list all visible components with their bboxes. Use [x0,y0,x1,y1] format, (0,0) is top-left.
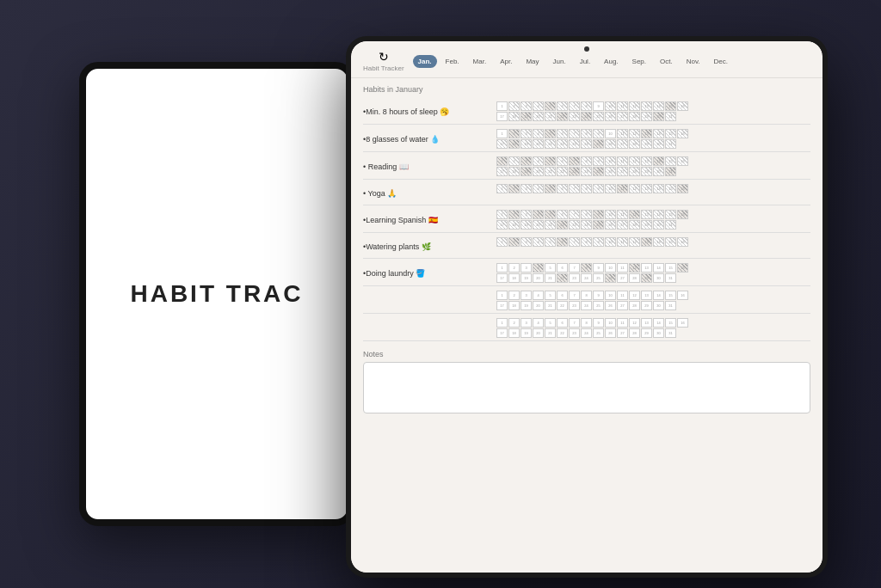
e1-7[interactable]: 7 [569,291,580,300]
e2-25[interactable]: 25 [593,328,604,338]
e2-8[interactable]: 8 [581,318,592,328]
w31[interactable]: 31 [665,139,676,149]
y12[interactable]: 12 [629,184,640,193]
notes-box[interactable] [363,362,810,413]
e2-26[interactable]: 26 [605,328,616,338]
s15[interactable]: 15 [665,210,676,219]
r13[interactable]: 13 [641,156,652,166]
e1-25[interactable]: 25 [593,301,604,310]
e1-22[interactable]: 22 [557,301,568,310]
day-28[interactable]: 28 [629,112,640,121]
r25[interactable]: 25 [593,167,604,176]
w29[interactable]: 29 [641,139,652,149]
day-23[interactable]: 23 [569,112,580,121]
s3[interactable]: 3 [521,210,532,219]
e2-10[interactable]: 10 [605,318,616,328]
w21[interactable]: 21 [545,139,556,149]
day-9[interactable]: 9 [593,101,604,111]
s6[interactable]: 6 [557,210,568,219]
r12[interactable]: 12 [629,156,640,166]
w20[interactable]: 20 [533,139,544,149]
r27[interactable]: 27 [617,167,628,176]
e2-3[interactable]: 3 [521,318,532,328]
r20[interactable]: 20 [533,167,544,176]
day-20[interactable]: 20 [533,112,544,121]
s20[interactable]: 20 [533,220,544,230]
r16[interactable]: 16 [677,156,688,166]
w28[interactable]: 28 [629,139,640,149]
s7[interactable]: 7 [569,210,580,219]
r2[interactable]: 2 [508,156,520,166]
day-6[interactable]: 6 [557,101,568,111]
r24[interactable]: 24 [581,167,592,176]
day-2[interactable]: 2 [508,101,520,111]
y14[interactable]: 14 [653,184,664,193]
month-tab-apr[interactable]: Apr. [495,55,517,68]
s4[interactable]: 4 [533,210,544,219]
y5[interactable]: 5 [545,184,556,193]
r11[interactable]: 11 [617,156,628,166]
e1-4[interactable]: 4 [533,291,544,300]
month-tab-dec[interactable]: Dec. [709,55,733,68]
e1-13[interactable]: 13 [641,291,652,300]
w19[interactable]: 19 [521,139,532,149]
day-31[interactable]: 31 [665,112,676,121]
w18[interactable]: 18 [508,139,520,149]
s14[interactable]: 14 [653,210,664,219]
w7[interactable]: 7 [569,129,580,138]
e2-31[interactable]: 31 [665,328,676,338]
r23[interactable]: 23 [569,167,580,176]
day-19[interactable]: 19 [521,112,532,121]
s25[interactable]: 25 [593,220,604,230]
r8[interactable]: 8 [581,156,592,166]
e2-1[interactable]: 1 [496,318,508,328]
p3[interactable]: 3 [521,237,532,247]
l12[interactable]: 12 [629,263,640,273]
e1-11[interactable]: 11 [617,291,628,300]
l29[interactable]: 29 [641,273,652,283]
l18[interactable]: 18 [508,273,520,283]
day-14[interactable]: 14 [653,101,664,111]
l22[interactable]: 22 [557,273,568,283]
w27[interactable]: 27 [617,139,628,149]
e1-24[interactable]: 24 [581,301,592,310]
l1[interactable]: 1 [496,263,508,273]
month-tab-jul[interactable]: Jul. [575,55,595,68]
s11[interactable]: 11 [617,210,628,219]
s26[interactable]: 26 [605,220,616,230]
e2-18[interactable]: 18 [508,328,520,338]
month-tab-sep[interactable]: Sep. [627,55,651,68]
w1[interactable]: 1 [496,129,508,138]
l3[interactable]: 3 [521,263,532,273]
l11[interactable]: 11 [617,263,628,273]
l14[interactable]: 14 [653,263,664,273]
day-26[interactable]: 26 [605,112,616,121]
p10[interactable]: 10 [605,237,616,247]
day-16[interactable]: 16 [677,101,688,111]
w10[interactable]: 10 [605,129,616,138]
w25[interactable]: 25 [593,139,604,149]
e2-20[interactable]: 20 [533,328,544,338]
p11[interactable]: 11 [617,237,628,247]
w9[interactable]: 9 [593,129,604,138]
month-tab-may[interactable]: May [521,55,544,68]
y16[interactable]: 16 [677,184,688,193]
r10[interactable]: 10 [605,156,616,166]
l5[interactable]: 5 [545,263,556,273]
e1-17[interactable]: 17 [496,301,508,310]
r30[interactable]: 30 [653,167,664,176]
month-tab-jun[interactable]: Jun. [548,55,571,68]
l26[interactable]: 26 [605,273,616,283]
s30[interactable]: 30 [653,220,664,230]
p13[interactable]: 13 [641,237,652,247]
day-15[interactable]: 15 [665,101,676,111]
e1-9[interactable]: 9 [593,291,604,300]
r22[interactable]: 22 [557,167,568,176]
e2-16[interactable]: 16 [677,318,688,328]
l24[interactable]: 24 [581,273,592,283]
w3[interactable]: 3 [521,129,532,138]
r5[interactable]: 5 [545,156,556,166]
day-21[interactable]: 21 [545,112,556,121]
y7[interactable]: 7 [569,184,580,193]
p12[interactable]: 12 [629,237,640,247]
